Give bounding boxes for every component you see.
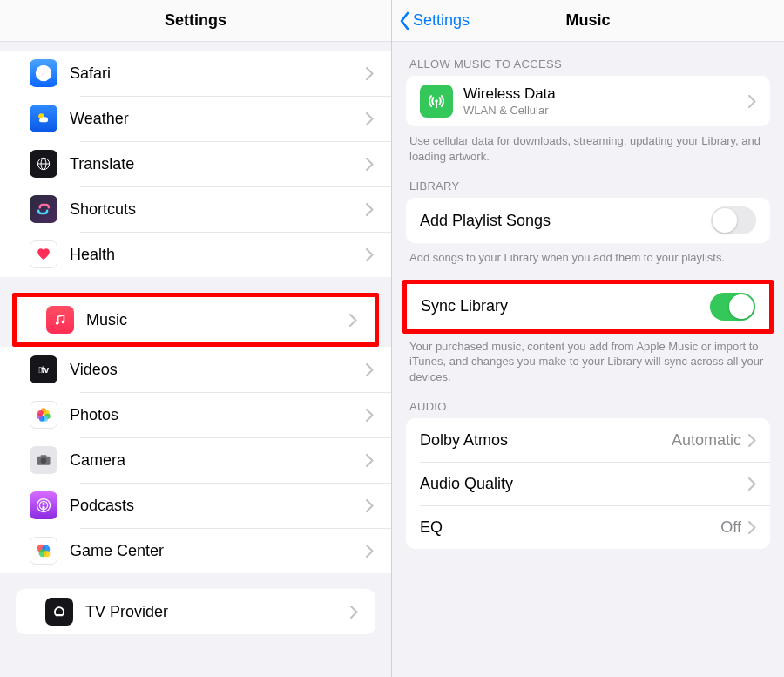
cell-title: Dolby Atmos [420,431,672,450]
group-header: AUDIO [392,400,784,418]
chevron-right-icon [366,545,374,558]
photos-icon [30,401,57,429]
cell-title: Wireless Data [463,85,748,103]
row-tvprovider[interactable]: TV Provider [16,589,375,634]
settings-group-apps-2: Music tv Videos [0,293,391,573]
settings-content[interactable]: Safari Weather Translate [0,42,391,677]
music-icon [46,306,74,334]
row-dolby-atmos[interactable]: Dolby Atmos Automatic [406,418,770,462]
chevron-right-icon [349,314,357,327]
page-title: Settings [165,11,226,30]
translate-icon [30,150,57,178]
row-podcasts[interactable]: Podcasts [0,483,391,528]
chevron-right-icon [748,434,756,447]
chevron-right-icon [366,248,374,261]
row-safari[interactable]: Safari [0,51,391,96]
chevron-right-icon [748,477,756,491]
toggle-sync-library[interactable] [710,293,755,321]
row-label: Weather [70,110,366,128]
chevron-right-icon [350,606,358,619]
settings-pane: Settings Safari Weather [0,0,392,677]
row-photos[interactable]: Photos [0,392,391,437]
cell-title: Audio Quality [420,475,748,493]
back-label: Settings [413,11,470,30]
settings-group-apps-1: Safari Weather Translate [0,51,391,277]
tvprovider-icon [45,598,73,626]
cell-subtitle: WLAN & Cellular [463,104,748,117]
cell-title: Add Playlist Songs [420,212,711,230]
chevron-right-icon [366,112,374,125]
row-label: Shortcuts [70,200,366,219]
row-label: Music [86,311,349,329]
highlight-sync-library: Sync Library [402,280,774,334]
gamecenter-icon [30,537,57,565]
group-library-1: LIBRARY Add Playlist Songs Add songs to … [392,179,784,266]
cell-title: EQ [420,518,720,537]
row-audio-quality[interactable]: Audio Quality [406,462,770,505]
svg-point-0 [36,65,51,81]
row-sync-library[interactable]: Sync Library [407,284,769,329]
group-audio: AUDIO Dolby Atmos Automatic Audio Qualit… [392,400,784,549]
row-label: Translate [70,155,366,173]
svg-rect-19 [41,455,47,457]
chevron-right-icon [366,67,374,80]
health-icon [30,240,57,268]
group-allow-access: ALLOW MUSIC TO ACCESS Wireless Data WLAN… [392,58,784,164]
row-health[interactable]: Health [0,232,391,277]
chevron-right-icon [366,363,374,376]
svg-point-18 [41,458,47,464]
row-label: Health [70,246,366,264]
group-footer: Use cellular data for downloads, streami… [392,126,784,164]
group-footer: Your purchased music, content you add fr… [392,332,784,385]
chevron-right-icon [366,499,374,512]
row-music[interactable]: Music [17,297,375,342]
chevron-left-icon [399,11,411,30]
row-label: Game Center [70,542,366,560]
weather-icon [30,105,57,132]
svg-point-26 [44,551,50,557]
settings-group-tv: TV Provider [0,589,391,634]
safari-icon [30,59,57,87]
group-header: LIBRARY [392,179,784,198]
chevron-right-icon [748,521,756,534]
shortcuts-icon [30,195,57,223]
music-settings-pane: Settings Music ALLOW MUSIC TO ACCESS Wir… [392,0,784,677]
cell-value: Automatic [672,431,741,450]
videos-icon: tv [30,355,57,383]
row-label: Safari [70,64,366,83]
svg-point-9 [62,320,65,323]
cell-title: Sync Library [421,297,710,315]
row-wireless-data[interactable]: Wireless Data WLAN & Cellular [406,76,770,126]
row-add-playlist-songs[interactable]: Add Playlist Songs [406,198,770,243]
row-label: Podcasts [70,497,366,515]
svg-rect-27 [56,614,64,616]
camera-icon [30,446,57,474]
row-label: Camera [70,451,366,470]
back-button[interactable]: Settings [399,11,470,30]
highlight-music: Music [12,293,379,347]
group-library-2: Sync Library Your purchased music, conte… [392,280,784,385]
row-shortcuts[interactable]: Shortcuts [0,186,391,232]
row-camera[interactable]: Camera [0,437,391,483]
row-gamecenter[interactable]: Game Center [0,528,391,573]
chevron-right-icon [366,409,374,422]
antenna-icon [420,85,453,118]
chevron-right-icon [748,95,756,108]
chevron-right-icon [366,454,374,467]
row-label: Photos [70,406,366,424]
podcasts-icon [30,491,57,519]
chevron-right-icon [366,203,374,216]
navbar-music: Settings Music [392,0,784,42]
svg-point-8 [56,322,59,325]
svg-point-22 [42,503,44,505]
toggle-add-playlist[interactable] [711,206,756,234]
row-videos[interactable]: tv Videos [0,347,391,392]
chevron-right-icon [366,158,374,171]
row-weather[interactable]: Weather [0,96,391,141]
music-content[interactable]: ALLOW MUSIC TO ACCESS Wireless Data WLAN… [392,42,784,677]
group-footer: Add songs to your Library when you add t… [392,243,784,266]
row-eq[interactable]: EQ Off [406,505,770,549]
row-translate[interactable]: Translate [0,141,391,186]
svg-point-16 [37,410,43,416]
cell-value: Off [720,518,741,537]
